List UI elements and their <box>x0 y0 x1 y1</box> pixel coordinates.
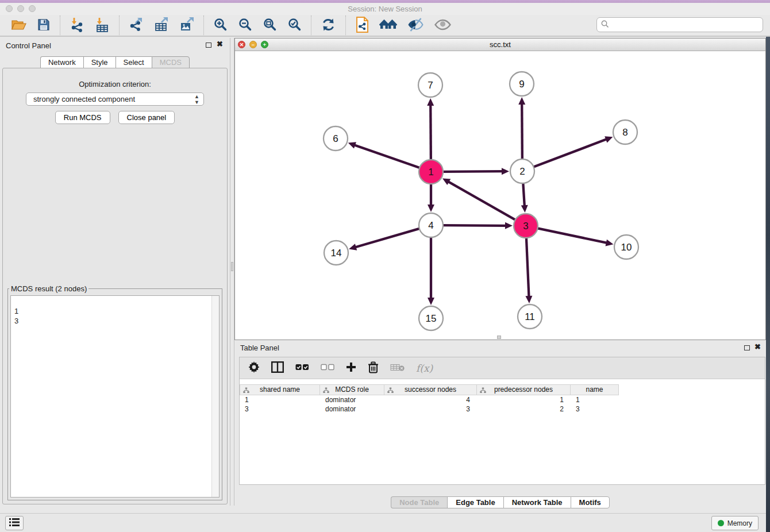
mcds-panel: Optimization criterion: strongly connect… <box>2 68 228 504</box>
table-cell[interactable]: 1 <box>240 395 320 404</box>
zoom-in-button[interactable] <box>208 16 233 35</box>
network-file-button[interactable] <box>350 16 374 35</box>
zoom-window-button[interactable] <box>29 5 36 12</box>
zoom-selected-button[interactable] <box>282 16 307 35</box>
column-header-MCDS-role[interactable]: MCDS role <box>320 384 384 395</box>
hide-graphics-button[interactable] <box>402 16 429 35</box>
graph-edge-1-6[interactable] <box>354 145 419 168</box>
maximize-network-button[interactable]: + <box>261 41 268 48</box>
refresh-button[interactable] <box>315 16 341 35</box>
table-cell[interactable]: dominator <box>320 395 384 404</box>
import-table-button[interactable] <box>90 16 115 35</box>
tab-motifs[interactable]: Motifs <box>571 496 610 508</box>
export-network-button[interactable] <box>124 16 149 35</box>
graph-edge-arrow[interactable] <box>428 205 434 212</box>
run-mcds-button[interactable]: Run MCDS <box>55 111 110 124</box>
deselect-all-button[interactable] <box>318 359 337 377</box>
table-row[interactable]: 3dominator323 <box>240 404 765 414</box>
tab-node-table[interactable]: Node Table <box>391 496 447 508</box>
tab-select[interactable]: Select <box>116 56 152 68</box>
home-button[interactable] <box>374 16 402 35</box>
result-scrollbar[interactable] <box>211 296 219 497</box>
splitter-grip[interactable] <box>231 262 233 271</box>
table-cell[interactable]: 3 <box>384 404 477 414</box>
graph-edge-2-8[interactable] <box>534 139 607 167</box>
panel-splitter[interactable] <box>230 38 234 506</box>
network-splitter-grip[interactable] <box>497 336 501 339</box>
import-network-button[interactable] <box>64 16 90 35</box>
table-cell[interactable]: 3 <box>571 404 619 414</box>
network-graph[interactable]: 7968124314101511 <box>235 52 765 340</box>
node-table[interactable]: shared nameMCDS rolesuccessor nodesprede… <box>240 384 765 484</box>
graph-edge-arrow[interactable] <box>605 136 613 142</box>
column-header-successor-nodes[interactable]: successor nodes <box>384 384 477 395</box>
tab-style[interactable]: Style <box>83 56 116 68</box>
optimization-criterion-select[interactable]: strongly connected component ▲▼ <box>26 92 204 106</box>
table-cell[interactable]: 3 <box>240 404 320 414</box>
graph-edge-3-10[interactable] <box>538 228 607 243</box>
mcds-result-text[interactable]: 1 3 <box>10 295 220 498</box>
mcds-result-title: MCDS result (2 nodes) <box>9 284 88 293</box>
memory-button[interactable]: Memory <box>711 516 759 530</box>
zoom-fit-button[interactable] <box>257 16 282 35</box>
graph-edge-arrow[interactable] <box>502 168 509 175</box>
select-all-button[interactable] <box>292 359 312 377</box>
settings-button[interactable] <box>245 359 263 377</box>
float-panel-icon[interactable] <box>206 43 211 48</box>
table-header-row[interactable]: shared nameMCDS rolesuccessor nodesprede… <box>240 384 765 395</box>
graph-edge-arrow[interactable] <box>606 240 614 246</box>
network-window-titlebar[interactable]: ✕ − + scc.txt <box>235 38 765 51</box>
graph-edge-1-7[interactable] <box>430 105 431 160</box>
save-session-button[interactable] <box>32 16 56 35</box>
graph-edge-arrow[interactable] <box>427 98 434 106</box>
minimize-network-button[interactable]: − <box>249 41 257 48</box>
tab-edge-table[interactable]: Edge Table <box>447 496 503 508</box>
graph-edge-arrow[interactable] <box>428 298 434 305</box>
graph-edge-2-3[interactable] <box>523 183 525 206</box>
graph-edge-arrow[interactable] <box>348 142 356 148</box>
graph-edge-arrow[interactable] <box>505 222 513 229</box>
search-box[interactable] <box>596 17 763 32</box>
graph-edge-3-11[interactable] <box>526 238 529 297</box>
add-row-button[interactable] <box>343 359 359 377</box>
export-image-button[interactable] <box>174 16 199 35</box>
graph-edge-arrow[interactable] <box>521 205 528 213</box>
column-header-predecessor-nodes[interactable]: predecessor nodes <box>477 384 571 395</box>
table-cell[interactable]: 2 <box>477 404 571 414</box>
tab-mcds[interactable]: MCDS <box>152 56 190 68</box>
table-cell[interactable]: 1 <box>477 395 571 404</box>
table-cell[interactable]: 4 <box>384 395 477 404</box>
close-panel-button[interactable]: Close panel <box>118 111 175 124</box>
delete-row-button[interactable] <box>365 359 382 377</box>
birds-eye-button[interactable] <box>429 16 457 35</box>
export-table-button[interactable] <box>149 16 174 35</box>
tab-network[interactable]: Network <box>40 56 83 68</box>
graph-edge-arrow[interactable] <box>518 97 525 105</box>
table-cell[interactable]: dominator <box>320 404 384 414</box>
column-header-shared-name[interactable]: shared name <box>240 384 320 395</box>
graph-edge-2-9[interactable] <box>522 103 522 159</box>
graph-edge-1-2[interactable] <box>443 171 503 172</box>
graph-edge-arrow[interactable] <box>525 296 532 303</box>
graph-node-label-1: 1 <box>428 167 433 178</box>
tab-network-table[interactable]: Network Table <box>503 496 571 508</box>
graph-edge-3-1[interactable] <box>448 182 515 220</box>
close-table-panel-icon[interactable]: ✖ <box>754 342 761 351</box>
split-view-button[interactable] <box>268 359 287 377</box>
close-window-button[interactable] <box>6 5 13 12</box>
open-session-button[interactable] <box>6 16 32 35</box>
task-history-button[interactable] <box>5 516 24 530</box>
float-table-panel-icon[interactable] <box>744 345 750 350</box>
zoom-out-button[interactable] <box>233 16 257 35</box>
close-network-button[interactable]: ✕ <box>238 41 245 48</box>
table-row[interactable]: 1dominator411 <box>240 395 765 404</box>
search-input[interactable] <box>610 19 763 30</box>
minimize-window-button[interactable] <box>17 5 24 12</box>
graph-edge-4-3[interactable] <box>443 225 506 226</box>
graph-edge-arrow[interactable] <box>349 244 357 250</box>
graph-edge-4-14[interactable] <box>355 229 419 248</box>
column-header-name[interactable]: name <box>571 384 619 395</box>
table-cell[interactable]: 1 <box>571 395 619 404</box>
window-traffic-lights[interactable] <box>6 5 40 14</box>
close-panel-icon[interactable]: ✖ <box>217 40 223 48</box>
